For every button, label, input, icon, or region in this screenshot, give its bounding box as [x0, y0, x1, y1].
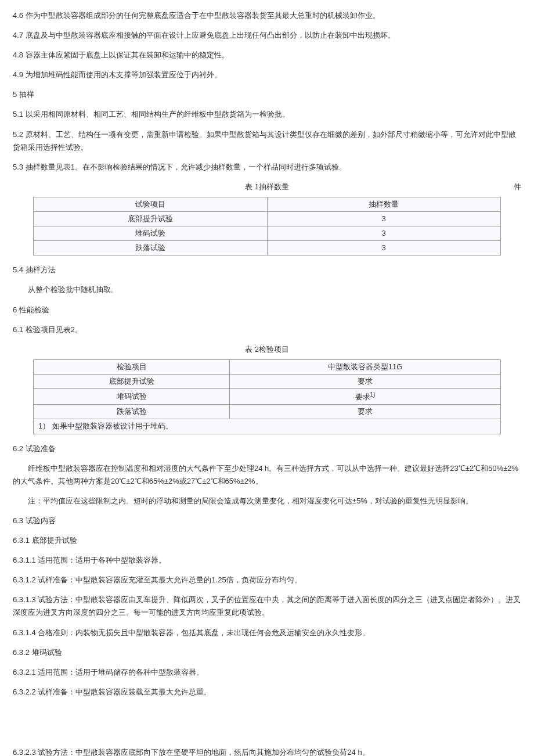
para-6-3-1-4: 6.3.1.4 合格准则：内装物无损失且中型散装容器，包括其底盘，未出现任何会危…	[13, 627, 521, 639]
cell: 堆码试验	[34, 226, 267, 241]
para-6-3-1: 6.3.1 底部提升试验	[13, 534, 521, 547]
para-5-3: 5.3 抽样数量见表1。在不影响检验结果的情况下，允许减少抽样数量，一个样品同时…	[13, 161, 521, 174]
para-6-3-1-1: 6.3.1.1 适用范围：适用于各种中型散装容器。	[13, 554, 521, 567]
table-row: 试验项目 抽样数量	[34, 197, 501, 211]
cell: 要求	[230, 405, 501, 419]
cell: 3	[267, 241, 500, 255]
section-6-heading: 6 性能检验	[13, 304, 521, 316]
table-1-title: 表 1抽样数量	[36, 181, 498, 193]
table-1-title-row: 表 1抽样数量 件	[13, 181, 521, 193]
cell: 要求	[230, 374, 501, 388]
para-6-3-1-3: 6.3.1.3 试验方法：中型散装容器应由叉车提升、降低两次，叉子的位置应在中央…	[13, 593, 521, 619]
cell: 跌落试验	[34, 405, 230, 419]
para-6-3-2: 6.3.2 堆码试验	[13, 646, 521, 659]
table-2-title: 表 2检验项目	[36, 343, 498, 356]
footnote-marker: 1)	[370, 391, 376, 398]
para-6-3-2-2: 6.3.2.2 试样准备：中型散装容器应装载至其最大允许总重。	[13, 686, 521, 699]
para-4-9: 4.9 为增加堆码性能而使用的木支撑等加强装置应位于内衬外。	[13, 69, 521, 81]
cell: 堆码试验	[34, 388, 230, 404]
table-row: 堆码试验 要求1)	[34, 388, 501, 404]
cell: 要求1)	[230, 388, 501, 404]
cell: 底部提升试验	[34, 374, 230, 388]
para-6-3: 6.3 试验内容	[13, 514, 521, 527]
para-5-4: 5.4 抽样方法	[13, 264, 521, 276]
para-4-7: 4.7 底盘及与中型散装容器底座相接触的平面在设计上应避免底盘上出现任何凸出部分…	[13, 29, 521, 42]
table-2-header-col1: 检验项目	[34, 359, 230, 374]
para-5-2: 5.2 原材料、工艺、结构任一项有变更，需重新申请检验。如果中型散货箱与其设计类…	[13, 128, 521, 154]
para-4-8: 4.8 容器主体应紧固于底盘上以保证其在装卸和运输中的稳定性。	[13, 49, 521, 62]
cell: 3	[267, 226, 500, 241]
table-2-header-col2: 中型散装容器类型11G	[230, 359, 501, 374]
para-6-1: 6.1 检验项目见表2。	[13, 323, 521, 336]
page-gap	[13, 705, 521, 746]
table-1-unit: 件	[498, 181, 521, 193]
cell: 跌落试验	[34, 241, 267, 255]
table-row: 跌落试验 要求	[34, 405, 501, 419]
para-6-3-1-2: 6.3.1.2 试样准备：中型散装容器应充灌至其最大允许总量的1.25倍，负荷应…	[13, 574, 521, 586]
para-6-3-2-3: 6.3.2.3 试验方法：中型散装容器应底部向下放在坚硬平坦的地面，然后向其施加…	[13, 746, 521, 756]
table-2-footnote: 1） 如果中型散装容器被设计用于堆码。	[34, 419, 501, 434]
para-6-3-2-1: 6.3.2.1 适用范围：适用于堆码储存的各种中型散装容器。	[13, 666, 521, 679]
table-row: 跌落试验 3	[34, 241, 501, 255]
table-row: 底部提升试验 要求	[34, 374, 501, 388]
para-5-1: 5.1 以采用相同原材料、相同工艺、相同结构生产的纤维板中型散货箱为一检验批。	[13, 108, 521, 121]
table-1: 试验项目 抽样数量 底部提升试验 3 堆码试验 3 跌落试验 3	[33, 197, 501, 255]
para-4-6: 4.6 作为中型散装容器组成部分的任何完整底盘应适合于在中型散装容器装货至其最大…	[13, 9, 521, 22]
table-2: 检验项目 中型散装容器类型11G 底部提升试验 要求 堆码试验 要求1) 跌落试…	[33, 359, 501, 434]
section-5-heading: 5 抽样	[13, 88, 521, 101]
table-1-header-col2: 抽样数量	[267, 197, 500, 211]
table-2-footnote-row: 1） 如果中型散装容器被设计用于堆码。	[34, 419, 501, 434]
para-6-2-body: 纤维板中型散装容器应在控制温度和相对湿度的大气条件下至少处理24 h。有三种选择…	[13, 462, 521, 488]
para-6-2: 6.2 试验准备	[13, 442, 521, 455]
table-row: 底部提升试验 3	[34, 212, 501, 226]
cell: 3	[267, 212, 500, 226]
table-2-title-row: 表 2检验项目	[13, 343, 521, 356]
para-6-2-note: 注：平均值应在这些限制之内。短时的浮动和测量的局限会造成每次测量变化，相对湿度变…	[13, 495, 521, 507]
para-5-4-body: 从整个检验批中随机抽取。	[13, 283, 521, 296]
cell-text: 要求	[355, 393, 370, 401]
table-1-header-col1: 试验项目	[34, 197, 267, 211]
cell: 底部提升试验	[34, 212, 267, 226]
table-row: 检验项目 中型散装容器类型11G	[34, 359, 501, 374]
table-row: 堆码试验 3	[34, 226, 501, 241]
